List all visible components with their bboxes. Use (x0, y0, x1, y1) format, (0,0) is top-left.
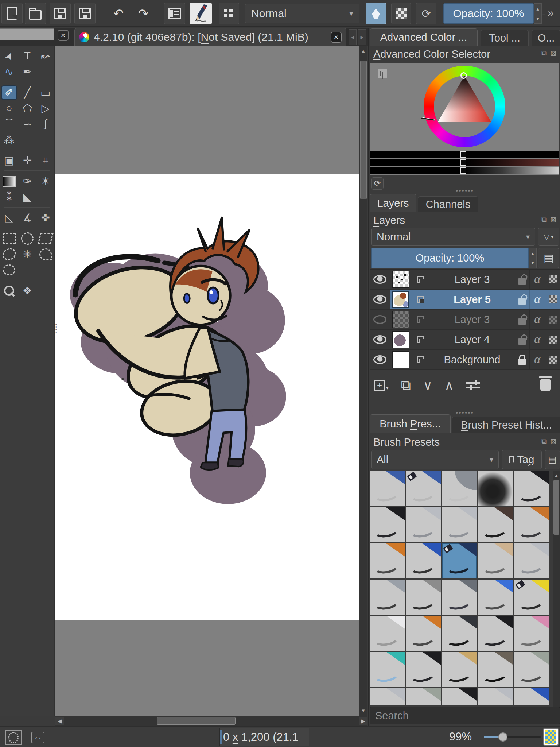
brush-preset-thumbnail[interactable] (406, 543, 441, 578)
preserve-alpha-toggle[interactable] (391, 3, 411, 24)
opacity-spinner[interactable]: ▴ ▾ (534, 3, 542, 24)
brush-preset-thumbnail[interactable] (478, 652, 513, 687)
bezier-select-tool[interactable] (38, 247, 54, 262)
brush-preset-thumbnail[interactable] (442, 580, 477, 615)
add-layer-button[interactable]: +▾ (374, 380, 389, 391)
red-component-bar[interactable] (370, 159, 559, 166)
similar-select-tool[interactable]: ✳ (19, 247, 35, 262)
shape-select-tool[interactable]: ➤ (0, 46, 19, 66)
save-button[interactable] (74, 3, 96, 24)
assistants-tool[interactable]: ◺ (1, 210, 17, 225)
brush-preset-thumbnail[interactable] (514, 471, 549, 506)
zoom-slider-knob[interactable] (498, 732, 508, 742)
edit-shapes-tool[interactable]: ↜ (38, 49, 54, 63)
tab-overview[interactable]: O... (532, 30, 560, 46)
layer-thumbnail[interactable] (392, 331, 409, 348)
brush-preset-thumbnail[interactable] (406, 580, 441, 615)
fill-tool[interactable]: ◣ (19, 190, 35, 204)
dynamic-brush-tool[interactable]: ʃ (38, 117, 54, 131)
curve-edit-tool[interactable]: ∿ (1, 65, 17, 79)
multibrush-tool[interactable]: ⁂ (1, 132, 17, 147)
redo-button[interactable]: ↷ (133, 3, 154, 24)
lock-icon[interactable] (518, 338, 526, 345)
eraser-mode-toggle[interactable] (366, 3, 386, 24)
layer-name[interactable]: Layer 5 (430, 294, 514, 306)
freehand-select-tool[interactable] (1, 247, 17, 262)
inherit-alpha-icon[interactable] (549, 356, 557, 364)
color-history-bar[interactable] (370, 151, 559, 158)
brush-preset-thumbnail[interactable] (442, 652, 477, 687)
alpha-lock-icon[interactable]: α (534, 333, 540, 346)
reference-images-tool[interactable]: ✜ (38, 210, 54, 225)
lock-icon[interactable] (518, 359, 526, 365)
layer-row-selected[interactable]: Layer 5 α (370, 290, 560, 310)
layer-thumbnail[interactable] (392, 351, 409, 368)
open-document-button[interactable] (25, 3, 46, 24)
edit-brush-settings-button[interactable] (190, 3, 212, 24)
move-layer-down-button[interactable]: ∨ (423, 378, 432, 392)
docker-resize-handle[interactable]: •••••• (456, 187, 474, 195)
brush-preset-thumbnail[interactable] (514, 580, 549, 615)
float-docker-icon[interactable]: ⧉ (541, 49, 547, 58)
brush-preset-thumbnail[interactable] (478, 688, 513, 705)
layer-blending-mode-select[interactable]: Normal ▾ (371, 228, 535, 246)
lock-icon[interactable] (518, 298, 526, 305)
ellipse-select-tool[interactable] (19, 231, 35, 246)
brush-preset-thumbnail[interactable] (442, 616, 477, 651)
float-docker-icon[interactable]: ⧉ (541, 215, 547, 224)
brush-preset-thumbnail[interactable] (514, 688, 549, 705)
scroll-right-button[interactable]: ▶ (359, 717, 368, 725)
canvas-horizontal-scrollbar[interactable]: ◀ ▶ (55, 716, 368, 726)
close-docker-icon[interactable]: ⊠ (550, 49, 556, 58)
layer-name[interactable]: Layer 4 (430, 334, 514, 346)
brush-preset-thumbnail[interactable] (406, 471, 441, 506)
brush-preset-thumbnail[interactable] (478, 543, 513, 578)
blending-mode-select[interactable]: Normal ▾ (245, 4, 359, 23)
selection-display-mode-button[interactable] (5, 730, 22, 745)
brush-preset-thumbnail[interactable] (442, 543, 477, 578)
tag-button[interactable]: Tag (502, 450, 542, 469)
layer-opacity-slider[interactable]: Opacity: 100% (371, 248, 529, 268)
canvas-vertical-scrollbar[interactable]: ▲ ▼ (359, 46, 368, 716)
mirror-view-button[interactable]: ⇔ (31, 732, 44, 743)
float-docker-icon[interactable]: ⧉ (541, 437, 547, 446)
advanced-color-selector-widget[interactable] (370, 63, 559, 175)
brush-preset-thumbnail[interactable] (370, 507, 405, 542)
move-layer-up-button[interactable]: ∧ (445, 378, 454, 392)
polyline-tool[interactable]: ▷ (38, 101, 54, 116)
transform-tool[interactable]: ▣ (1, 153, 17, 168)
layer-thumbnail[interactable] (392, 291, 409, 308)
new-document-button[interactable] (1, 3, 23, 24)
measure-tool[interactable]: ∡ (19, 210, 35, 225)
scroll-up-icon[interactable]: ▲ (359, 48, 368, 54)
vertical-scrollbar-thumb[interactable] (360, 61, 367, 199)
brush-preset-thumbnail[interactable] (478, 471, 513, 506)
close-docker-icon[interactable]: ⊠ (550, 215, 556, 224)
visibility-eye-icon[interactable] (373, 275, 386, 284)
brush-preset-thumbnail[interactable] (370, 652, 405, 687)
brush-preset-thumbnail[interactable] (442, 507, 477, 542)
close-docker-icon[interactable]: ⊠ (550, 437, 556, 446)
brush-preset-thumbnail[interactable] (478, 580, 513, 615)
docker-resize-handle[interactable]: •••••• (456, 409, 474, 417)
layer-name[interactable]: Layer 3 (430, 314, 514, 326)
brush-preset-thumbnail[interactable] (406, 688, 441, 705)
color-selector-sync-button[interactable]: ⟳ (371, 177, 384, 190)
presets-display-mode-button[interactable]: ▤ (545, 450, 560, 469)
tab-advanced-color-selector[interactable]: Advanced Color ... (370, 28, 478, 46)
fill-gradient-button[interactable] (219, 3, 239, 24)
zoom-slider[interactable] (484, 736, 541, 738)
brush-preset-thumbnail[interactable] (514, 507, 549, 542)
duplicate-layer-button[interactable]: ⧉ (401, 377, 411, 393)
horizontal-scrollbar-thumb[interactable] (157, 717, 236, 725)
reload-original-preset-button[interactable]: ⟳ (416, 3, 436, 24)
lock-icon[interactable] (518, 278, 526, 285)
brush-preset-thumbnail[interactable] (514, 543, 549, 578)
tab-layers[interactable]: Layers (370, 194, 416, 212)
visibility-eye-icon[interactable] (373, 355, 386, 364)
freehand-brush-tool[interactable]: ✐ (1, 85, 17, 100)
pan-tool[interactable]: ❖ (19, 283, 35, 298)
alpha-lock-icon[interactable]: α (534, 273, 540, 286)
layer-row-hidden[interactable]: Layer 3 α (370, 310, 560, 330)
tab-channels[interactable]: Channels (418, 196, 478, 212)
